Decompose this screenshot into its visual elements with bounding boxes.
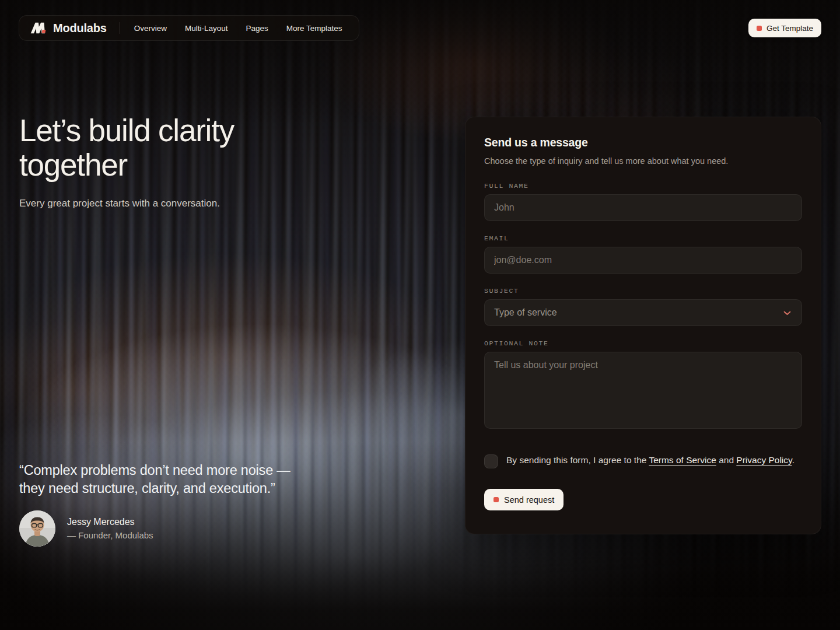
- form-title: Send us a message: [484, 136, 802, 149]
- top-navbar: Modulabs Overview Multi-Layout Pages Mor…: [19, 15, 359, 41]
- full-name-label: FULL NAME: [484, 182, 802, 190]
- form-subtitle: Choose the type of inquiry and tell us m…: [484, 156, 802, 166]
- agreement-row: By sending this form, I agree to the Ter…: [484, 453, 802, 468]
- subject-field-group: SUBJECT Type of service: [484, 287, 802, 326]
- email-field-group: EMAIL: [484, 235, 802, 274]
- subject-selected-value: Type of service: [494, 307, 557, 318]
- privacy-policy-link[interactable]: Privacy Policy: [736, 455, 792, 465]
- red-square-icon: [494, 497, 499, 502]
- hero-section: Let’s build clarity together Every great…: [19, 113, 234, 209]
- avatar: [19, 510, 55, 547]
- send-request-label: Send request: [504, 495, 554, 505]
- agreement-prefix: By sending this form, I agree to the: [506, 455, 649, 465]
- full-name-field-group: FULL NAME: [484, 182, 802, 221]
- get-template-button[interactable]: Get Template: [748, 19, 821, 37]
- nav-item-pages[interactable]: Pages: [246, 24, 268, 33]
- subject-select[interactable]: Type of service: [484, 299, 802, 326]
- testimonial-author-row: Jessy Mercedes — Founder, Modulabs: [19, 510, 346, 547]
- agreement-checkbox[interactable]: [484, 454, 498, 468]
- send-request-button[interactable]: Send request: [484, 489, 564, 510]
- page-title: Let’s build clarity together: [19, 113, 234, 183]
- note-textarea[interactable]: [484, 352, 802, 429]
- full-name-input[interactable]: [484, 194, 802, 221]
- note-field-group: OPTIONAL NOTE: [484, 340, 802, 431]
- agreement-text: By sending this form, I agree to the Ter…: [506, 453, 794, 468]
- agreement-middle: and: [716, 455, 736, 465]
- terms-of-service-link[interactable]: Terms of Service: [649, 455, 716, 465]
- red-square-icon: [757, 26, 762, 31]
- author-role: — Founder, Modulabs: [67, 530, 153, 540]
- author-name: Jessy Mercedes: [67, 517, 153, 527]
- hero-subtitle: Every great project starts with a conver…: [19, 198, 234, 209]
- nav-item-multi-layout[interactable]: Multi-Layout: [185, 24, 228, 33]
- subject-label: SUBJECT: [484, 287, 802, 295]
- contact-form-card: Send us a message Choose the type of inq…: [465, 117, 821, 534]
- nav-item-overview[interactable]: Overview: [134, 24, 167, 33]
- email-label: EMAIL: [484, 235, 802, 242]
- nav-links: Overview Multi-Layout Pages More Templat…: [134, 24, 342, 33]
- chevron-down-icon: [782, 308, 792, 318]
- get-template-label: Get Template: [766, 24, 813, 33]
- email-input[interactable]: [484, 247, 802, 274]
- testimonial-block: “Complex problems don’t need more noise …: [19, 461, 346, 547]
- nav-divider: [120, 22, 120, 34]
- agreement-suffix: .: [792, 455, 794, 465]
- testimonial-quote: “Complex problems don’t need more noise …: [19, 461, 346, 498]
- author-info: Jessy Mercedes — Founder, Modulabs: [67, 517, 153, 540]
- optional-note-label: OPTIONAL NOTE: [484, 340, 802, 347]
- modulabs-m-logo-icon: [30, 22, 47, 34]
- brand-name: Modulabs: [53, 22, 107, 35]
- brand-logo[interactable]: Modulabs: [30, 22, 107, 35]
- nav-item-more-templates[interactable]: More Templates: [286, 24, 342, 33]
